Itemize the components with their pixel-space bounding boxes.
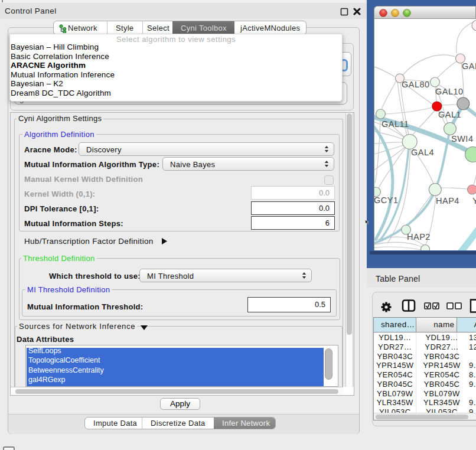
svg-text:HAP2: HAP2 <box>407 232 431 242</box>
svg-text:GAL1: GAL1 <box>438 110 461 119</box>
svg-text:GAL80: GAL80 <box>402 80 430 89</box>
svg-text:Y: Y <box>472 196 476 206</box>
svg-text:HAP4: HAP4 <box>436 196 459 206</box>
svg-text:GAL11: GAL11 <box>382 119 409 129</box>
svg-text:SWI4: SWI4 <box>451 134 473 144</box>
svg-text:GAL10: GAL10 <box>435 87 464 96</box>
svg-text:GAL7: GAL7 <box>462 61 476 71</box>
svg-text:GAL4: GAL4 <box>411 148 434 157</box>
svg-text:GCY1: GCY1 <box>374 195 399 205</box>
